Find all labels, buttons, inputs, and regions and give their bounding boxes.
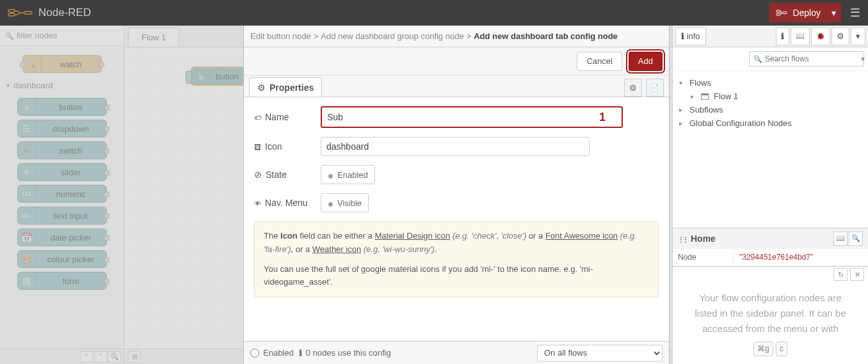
sidebar-tab-help[interactable]: [776, 28, 789, 45]
tag-icon: [254, 112, 261, 122]
add-button[interactable]: Add: [629, 52, 663, 71]
menu-button[interactable]: [850, 6, 860, 20]
tab-flow1[interactable]: Flow 1: [128, 28, 179, 47]
sidebar-search: [673, 47, 868, 71]
disable-icon: [254, 170, 262, 180]
icon-label: Icon: [254, 141, 321, 152]
palette-filter-input[interactable]: [14, 29, 118, 42]
sidebar-search-input-wrap[interactable]: [749, 51, 864, 67]
info-icon: [681, 31, 684, 41]
palette-node-watch[interactable]: watch: [22, 55, 102, 73]
palette-expand-button[interactable]: ˅: [94, 351, 107, 363]
button-icon: [18, 99, 36, 115]
footer-enabled[interactable]: Enabled: [250, 348, 294, 358]
palette-collapse-button[interactable]: ˄: [80, 351, 93, 363]
info-row-node: Node "3294451e761e4bd7": [673, 249, 868, 266]
shortcut-key: ⌘g: [753, 342, 773, 356]
tree-subflows[interactable]: ▸Subflows: [679, 103, 862, 116]
info-panel-title: Home: [691, 233, 716, 244]
sidebar-tree: ▾Flows ▸Flow 1 ▸Subflows ▸Global Configu…: [673, 71, 868, 135]
name-label: Name: [254, 112, 321, 122]
sidebar-tip: Your flow configuration nodes are listed…: [673, 283, 868, 364]
panel-book-button[interactable]: [833, 232, 848, 246]
link-weather-icon[interactable]: Weather icon: [312, 244, 361, 254]
name-callout: 1: [321, 106, 623, 128]
chevron-down-icon[interactable]: [861, 54, 865, 63]
info-box: The Icon field can be either a Material …: [254, 221, 659, 297]
form-row-state: State Enabled: [254, 165, 659, 184]
app-title: Node-RED: [38, 6, 91, 19]
editor-body: Name 1 Icon State Enabled Nav. Menu Visi…: [244, 97, 669, 341]
svg-rect-1: [8, 13, 15, 16]
shortcut-key: c: [776, 342, 787, 356]
button-icon: [192, 68, 210, 84]
date-icon: 📅: [18, 229, 36, 246]
palette-node[interactable]: ≡slider: [17, 163, 107, 181]
palette-node[interactable]: ☰dropdown: [17, 120, 107, 138]
link-material-design[interactable]: Material Design icon: [374, 231, 450, 241]
form-row-name: Name 1: [254, 106, 659, 128]
palette-node[interactable]: 🎨colour picker: [17, 250, 107, 268]
sidebar-tab-config[interactable]: [832, 28, 849, 45]
toggle-icon: [328, 170, 334, 180]
sidebar-tab-more[interactable]: [851, 28, 865, 45]
watch-icon: [23, 56, 41, 72]
editor-tab-properties[interactable]: Properties: [249, 77, 322, 97]
app-logo: [8, 8, 36, 17]
sidebar-tab-book[interactable]: [791, 28, 810, 45]
toggle-icon: [328, 198, 334, 208]
sidebar-tabs: info: [673, 26, 868, 47]
cancel-button[interactable]: Cancel: [577, 52, 622, 71]
tree-flow1[interactable]: ▸Flow 1: [679, 90, 862, 103]
nav-toggle[interactable]: Visible: [321, 193, 369, 212]
editor-description-button[interactable]: [646, 79, 664, 97]
form-row-nav: Nav. Menu Visible: [254, 193, 659, 212]
palette-node[interactable]: ▤form: [17, 272, 107, 290]
scope-select[interactable]: On all flows: [537, 345, 663, 361]
palette-category-dashboard[interactable]: ▾ dashboard: [0, 77, 124, 94]
editor-settings-button[interactable]: [624, 79, 642, 97]
deploy-icon: [776, 8, 787, 18]
palette-node[interactable]: 📅date picker: [17, 228, 107, 246]
form-icon: ▤: [18, 273, 36, 289]
tip-refresh-button[interactable]: [833, 268, 848, 281]
palette-search-button[interactable]: [108, 351, 121, 363]
text-icon: abc: [18, 207, 36, 224]
sidebar-search-input[interactable]: [765, 54, 861, 63]
sidebar-tab-info[interactable]: info: [675, 28, 706, 45]
canvas-node-button[interactable]: button: [191, 67, 246, 86]
tip-close-button[interactable]: [850, 268, 864, 281]
flow-icon: [701, 93, 709, 100]
numeric-icon: 123: [18, 186, 36, 202]
palette-node[interactable]: switch: [17, 141, 107, 159]
palette-filter[interactable]: [0, 26, 124, 46]
node-trigger[interactable]: [186, 71, 192, 84]
enabled-radio[interactable]: [250, 349, 259, 358]
deploy-label: Deploy: [792, 8, 821, 18]
tree-global-config[interactable]: ▸Global Configuration Nodes: [679, 116, 862, 130]
breadcrumb-item[interactable]: Edit button node: [250, 31, 311, 41]
link-font-awesome[interactable]: Font Awesome icon: [545, 231, 618, 241]
deploy-button[interactable]: Deploy: [769, 3, 841, 22]
picture-icon: [254, 141, 261, 152]
nav-button[interactable]: ▤: [128, 351, 141, 363]
sidebar: info ▾Flows ▸Flow 1 ▸Subflows ▸Global Co…: [672, 26, 868, 364]
deploy-caret-icon[interactable]: [826, 8, 836, 18]
palette: watch ▾ dashboard button ☰dropdown switc…: [0, 26, 124, 364]
state-toggle[interactable]: Enabled: [321, 165, 375, 184]
name-input[interactable]: [322, 107, 591, 127]
slider-icon: ≡: [18, 164, 36, 180]
palette-node[interactable]: 123numeric: [17, 185, 107, 203]
grip-icon[interactable]: [678, 233, 687, 244]
breadcrumb-item[interactable]: Add new dashboard group config node: [321, 31, 463, 41]
dropdown-icon: ☰: [18, 120, 36, 137]
tree-flows[interactable]: ▾Flows: [679, 76, 862, 90]
svg-rect-3: [776, 10, 780, 12]
editor-actions: Cancel Add: [244, 47, 669, 75]
palette-node[interactable]: button: [17, 98, 107, 116]
panel-search-button[interactable]: [849, 232, 863, 246]
editor-footer: Enabled 0 nodes use this config On all f…: [244, 341, 669, 364]
sidebar-tab-debug[interactable]: [811, 28, 830, 45]
palette-node[interactable]: abctext input: [17, 207, 107, 225]
icon-input[interactable]: [321, 137, 590, 156]
